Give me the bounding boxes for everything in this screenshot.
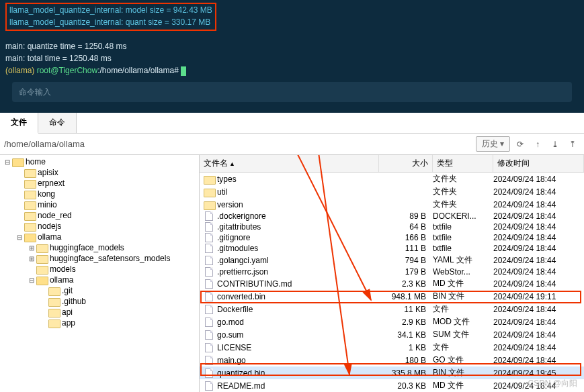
file-row[interactable]: main.go180 BGO 文件2024/09/24 18:44 (200, 354, 584, 366)
tree-item[interactable]: kong (0, 189, 199, 199)
column-header-date[interactable]: 修改时间 (493, 155, 584, 172)
tree-item[interactable]: erpnext (0, 178, 199, 189)
file-date: 2024/09/24 18:44 (493, 233, 584, 242)
tree-item[interactable]: apisix (0, 167, 199, 178)
tree-item[interactable]: .git (0, 285, 199, 296)
tabs-bar: 文件 命令 (0, 113, 584, 134)
tree-label: ollama (38, 232, 61, 242)
file-icon (204, 222, 214, 232)
file-row[interactable]: converted.bin948.1 MBBIN 文件2024/09/24 19… (200, 290, 584, 303)
tree-toggle-icon[interactable]: ⊞ (27, 244, 36, 252)
tree-item[interactable]: minio (0, 199, 199, 210)
term-line: llama_model_quantize_internal: model siz… (9, 4, 212, 16)
file-row[interactable]: .prettierrc.json179 BWebStor...2024/09/2… (200, 266, 584, 277)
tree-item[interactable]: api (0, 307, 199, 317)
file-name: quantized.bin (217, 369, 265, 378)
file-type: 文件 (433, 342, 493, 353)
file-icon (204, 330, 214, 340)
refresh-icon[interactable]: ⟳ (513, 137, 528, 152)
file-row[interactable]: .gitattributes64 Btxtfile2024/09/24 18:4… (200, 222, 584, 232)
sort-asc-icon: ▲ (229, 160, 235, 167)
file-row[interactable]: go.mod2.9 KBMOD 文件2024/09/24 18:44 (200, 315, 584, 328)
tree-label: kong (38, 189, 55, 199)
tree-item[interactable]: models (0, 264, 199, 275)
tree-item[interactable]: ⊟ollama (0, 275, 199, 285)
file-name: Dockerfile (217, 305, 253, 314)
tab-files[interactable]: 文件 (0, 113, 38, 134)
upload-icon[interactable]: ⤒ (565, 137, 580, 152)
watermark: CSDN @向阳 (528, 378, 577, 389)
tree-item[interactable]: ⊟ollama (0, 232, 199, 242)
file-size: 20.3 KB (379, 381, 433, 391)
tree-toggle-icon[interactable]: ⊟ (27, 277, 36, 284)
folder-icon (48, 318, 59, 328)
file-type: SUM 文件 (433, 329, 493, 340)
file-row[interactable]: version文件夹2024/09/24 18:44 (200, 198, 584, 211)
tree-item[interactable]: app (0, 317, 199, 328)
file-row[interactable]: util文件夹2024/09/24 18:44 (200, 185, 584, 198)
file-row[interactable]: .golangci.yaml794 BYAML 文件2024/09/24 18:… (200, 254, 584, 266)
cursor-icon (181, 66, 186, 76)
tree-item[interactable]: nodejs (0, 221, 199, 232)
file-type: BIN 文件 (433, 367, 493, 379)
file-row[interactable]: LICENSE1 KB文件2024/09/24 18:44 (200, 341, 584, 354)
folder-icon (48, 297, 59, 306)
file-row[interactable]: types文件夹2024/09/24 18:44 (200, 173, 584, 185)
command-input[interactable]: 命令输入 (12, 82, 572, 102)
file-list-header: 文件名▲ 大小 类型 修改时间 (200, 155, 584, 173)
tree-item[interactable]: node_red (0, 210, 199, 221)
file-icon (204, 292, 214, 301)
file-icon (204, 356, 214, 365)
tree-label: home (26, 157, 46, 166)
tree-item[interactable]: ⊟home (0, 156, 199, 167)
file-size: 179 B (379, 267, 433, 277)
file-date: 2024/09/24 19:11 (493, 292, 584, 301)
file-name: go.mod (217, 317, 244, 327)
tree-item[interactable]: .github (0, 296, 199, 307)
tree-item[interactable]: ⊞huggingface_safetensors_models (0, 253, 199, 264)
up-icon[interactable]: ↑ (530, 137, 545, 152)
file-icon (204, 317, 214, 327)
tree-label: erpnext (38, 179, 65, 188)
folder-icon (24, 200, 35, 209)
folder-tree[interactable]: ⊟homeapisixerpnextkongminionode_rednodej… (0, 155, 200, 392)
file-row[interactable]: quantized.bin335.8 MBBIN 文件2024/09/24 19… (200, 366, 584, 379)
file-date: 2024/09/24 18:44 (493, 187, 584, 197)
file-row[interactable]: .dockerignore89 BDOCKERI...2024/09/24 18… (200, 211, 584, 222)
tree-toggle-icon[interactable]: ⊟ (15, 234, 24, 241)
file-list[interactable]: types文件夹2024/09/24 18:44util文件夹2024/09/2… (200, 173, 584, 392)
file-size: 335.8 MB (379, 369, 433, 378)
file-row[interactable]: go.sum34.1 KBSUM 文件2024/09/24 18:44 (200, 328, 584, 341)
file-row[interactable]: .gitignore166 Btxtfile2024/09/24 18:44 (200, 232, 584, 243)
file-date: 2024/09/24 18:44 (493, 356, 584, 365)
column-header-name[interactable]: 文件名▲ (200, 155, 379, 172)
tree-label: api (62, 307, 73, 317)
download-icon[interactable]: ⤓ (548, 137, 562, 152)
folder-icon (24, 179, 35, 188)
folder-icon (204, 187, 214, 197)
terminal-prompt[interactable]: (ollama) root@TigerChow:/home/ollama/oll… (5, 64, 579, 77)
tree-toggle-icon[interactable]: ⊞ (27, 255, 36, 262)
history-button[interactable]: 历史 ▾ (476, 136, 510, 152)
tree-label: nodejs (38, 222, 61, 231)
file-size: 34.1 KB (379, 330, 433, 340)
file-row[interactable]: Dockerfile11 KB文件2024/09/24 18:44 (200, 303, 584, 315)
tree-toggle-icon[interactable]: ⊟ (3, 158, 12, 166)
file-row[interactable]: .gitmodules111 Btxtfile2024/09/24 18:44 (200, 243, 584, 254)
file-type: YAML 文件 (433, 254, 493, 266)
terminal-output: llama_model_quantize_internal: model siz… (0, 0, 584, 113)
tree-item[interactable]: ⊞huggingface_models (0, 242, 199, 253)
file-icon (204, 381, 214, 391)
file-row[interactable]: README.md20.3 KBMD 文件2024/09/24 18:44 (200, 379, 584, 392)
column-header-type[interactable]: 类型 (433, 155, 493, 172)
breadcrumb[interactable]: /home/ollama/ollama (4, 139, 476, 149)
column-header-size[interactable]: 大小 (379, 155, 433, 172)
file-name: .dockerignore (217, 211, 266, 221)
tree-label: huggingface_models (50, 243, 124, 252)
folder-icon (24, 168, 35, 177)
file-row[interactable]: CONTRIBUTING.md2.3 KBMD 文件2024/09/24 18:… (200, 277, 584, 290)
tab-commands[interactable]: 命令 (38, 113, 77, 133)
file-type: DOCKERI... (433, 211, 493, 221)
file-icon (204, 267, 214, 277)
file-icon (204, 256, 214, 265)
